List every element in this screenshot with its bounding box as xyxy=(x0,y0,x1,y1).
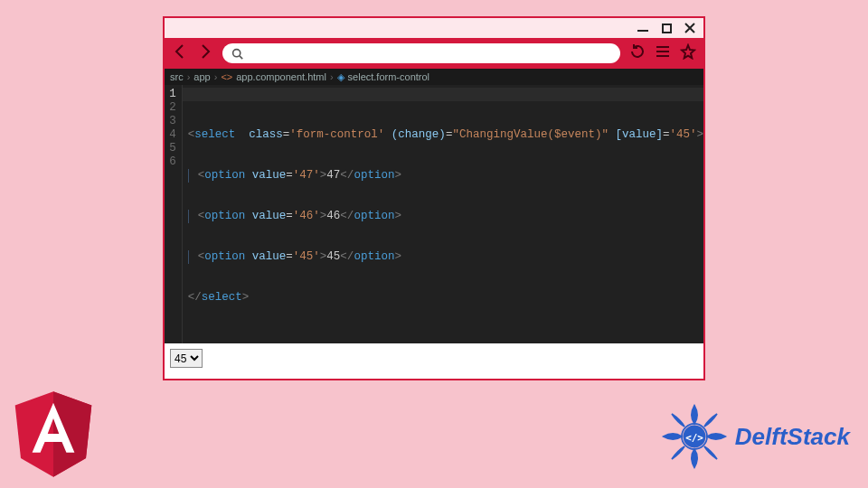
code-area[interactable]: <select class='form-control' (change)="C… xyxy=(183,85,703,343)
maximize-button[interactable] xyxy=(660,22,673,34)
code-line: </select> xyxy=(188,291,703,305)
window-titlebar xyxy=(165,18,703,38)
code-line: <select class='form-control' (change)="C… xyxy=(188,128,703,142)
svg-text:</>: </> xyxy=(685,432,703,444)
code-line: <option value='46'>46</option> xyxy=(188,210,703,223)
back-button[interactable] xyxy=(172,43,188,63)
code-line xyxy=(188,332,703,345)
search-icon xyxy=(231,48,243,60)
html-file-icon: <> xyxy=(221,71,232,82)
chevron-right-icon: › xyxy=(214,71,218,82)
chevron-right-icon: › xyxy=(187,71,191,82)
code-editor[interactable]: 1 2 3 4 5 6 <select class='form-control'… xyxy=(165,85,703,343)
reload-button[interactable] xyxy=(629,43,646,63)
active-line-highlight xyxy=(183,88,703,101)
close-button[interactable] xyxy=(684,22,696,34)
address-bar[interactable] xyxy=(222,43,620,63)
angular-logo-icon xyxy=(13,391,94,477)
symbol-icon: ◈ xyxy=(337,71,344,83)
editor-breadcrumb[interactable]: src › app › <> app.component.html › ◈ se… xyxy=(165,69,703,85)
delftstack-text: DelftStack xyxy=(735,423,850,451)
code-line: <option value='47'>47</option> xyxy=(188,169,703,183)
breadcrumb-file: app.component.html xyxy=(236,71,326,82)
menu-button[interactable] xyxy=(655,43,671,63)
breadcrumb-folder: app xyxy=(193,71,210,82)
breadcrumb-root: src xyxy=(170,71,184,82)
breadcrumb-symbol: select.form-control xyxy=(348,71,429,82)
browser-window: src › app › <> app.component.html › ◈ se… xyxy=(163,16,705,380)
delftstack-logo: </> </> DelftStack xyxy=(659,401,850,472)
svg-point-0 xyxy=(233,49,241,56)
forward-button[interactable] xyxy=(197,43,213,63)
browser-toolbar xyxy=(165,38,703,69)
minimize-button[interactable] xyxy=(637,22,649,34)
code-line: <option value='45'>45</option> xyxy=(188,250,703,264)
bookmark-button[interactable] xyxy=(680,43,696,63)
line-gutter: 1 2 3 4 5 6 xyxy=(165,85,183,343)
mandala-icon: </> </> xyxy=(659,401,730,472)
chevron-right-icon: › xyxy=(330,71,334,82)
